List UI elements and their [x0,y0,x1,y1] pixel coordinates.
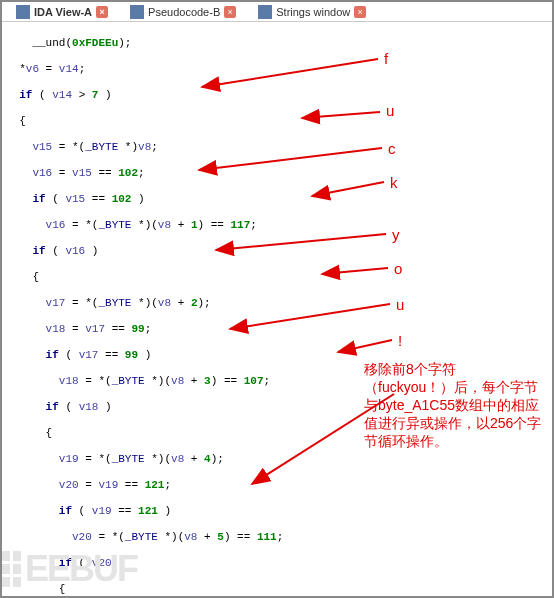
annot-letter-u1: u [386,102,394,119]
tab-ida-view-a[interactable]: IDA View-A × [8,3,116,21]
tab-bar: IDA View-A × Pseudocode-B × Strings wind… [2,2,552,22]
annot-letter-f: f [384,50,388,67]
close-icon[interactable]: × [354,6,366,18]
tab-label: IDA View-A [34,6,92,18]
tab-strings-window[interactable]: Strings window × [250,3,374,21]
document-icon [130,5,144,19]
tab-label: Strings window [276,6,350,18]
annot-letter-o: o [394,260,402,277]
annot-letter-k: k [390,174,398,191]
annot-letter-c: c [388,140,396,157]
annot-letter-u2: u [396,296,404,313]
document-icon [258,5,272,19]
annot-letter-excl: ! [398,332,402,349]
close-icon[interactable]: × [96,6,108,18]
document-icon [16,5,30,19]
tab-label: Pseudocode-B [148,6,220,18]
annotation-paragraph: 移除前8个字符（fuckyou！）后，每个字节与byte_A1C55数组中的相应… [364,360,544,450]
pseudocode-view[interactable]: __und(0xFDEEu); *v6 = v14; if ( v14 > 7 … [2,22,552,596]
close-icon[interactable]: × [224,6,236,18]
tab-pseudocode-b[interactable]: Pseudocode-B × [122,3,244,21]
annot-letter-y: y [392,226,400,243]
